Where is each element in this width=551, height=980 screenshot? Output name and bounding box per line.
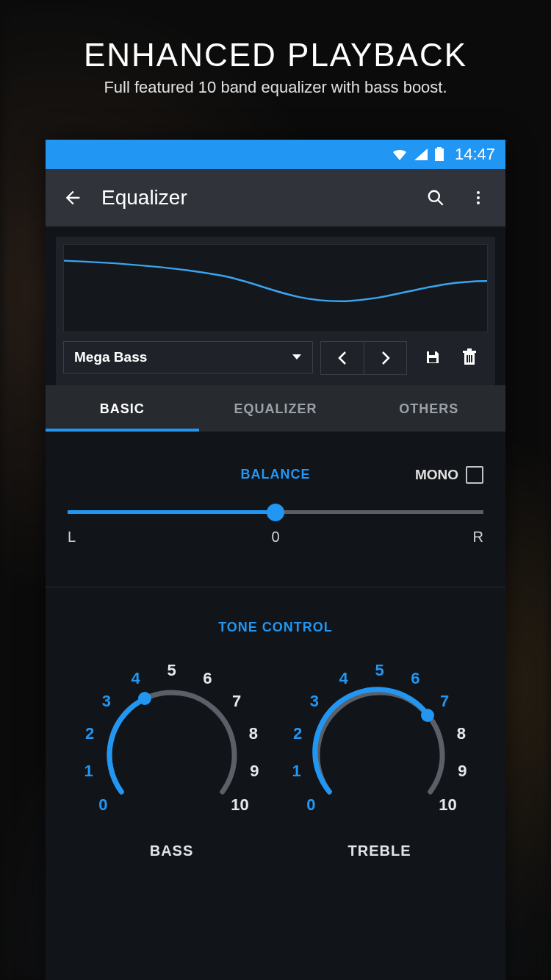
more-vert-icon bbox=[469, 189, 487, 207]
dial-tick-10: 10 bbox=[231, 795, 248, 815]
svg-rect-7 bbox=[429, 351, 435, 355]
tone-title: TONE CONTROL bbox=[68, 620, 483, 635]
svg-rect-12 bbox=[467, 355, 468, 362]
preset-next-button[interactable] bbox=[364, 342, 406, 374]
dial-knob[interactable] bbox=[138, 692, 151, 705]
dial-tick-2: 2 bbox=[293, 724, 302, 743]
dial-tick-3: 3 bbox=[102, 692, 111, 711]
balance-thumb[interactable] bbox=[267, 504, 284, 521]
preset-save-button[interactable] bbox=[414, 341, 451, 373]
dial-tick-4: 4 bbox=[339, 669, 347, 688]
signal-icon bbox=[414, 148, 428, 161]
dial-tick-6: 6 bbox=[203, 669, 212, 688]
dial-tick-2: 2 bbox=[85, 724, 94, 743]
promo-title: ENHANCED PLAYBACK bbox=[0, 37, 551, 74]
tab-label: EQUALIZER bbox=[234, 401, 317, 416]
preset-selected-label: Mega Bass bbox=[74, 349, 147, 365]
battery-icon bbox=[434, 147, 444, 162]
dial-tick-7: 7 bbox=[232, 692, 241, 711]
svg-rect-8 bbox=[429, 358, 436, 362]
tab-label: BASIC bbox=[100, 401, 145, 416]
dial-tick-7: 7 bbox=[440, 692, 449, 711]
preset-prev-button[interactable] bbox=[321, 342, 364, 374]
tab-bar: BASIC EQUALIZER OTHERS bbox=[46, 385, 505, 432]
caret-down-icon bbox=[292, 354, 302, 361]
balance-slider[interactable]: L 0 R bbox=[68, 510, 483, 546]
dial-treble[interactable]: 012345678910 bbox=[284, 648, 475, 840]
svg-point-6 bbox=[477, 201, 480, 204]
more-button[interactable] bbox=[464, 184, 492, 212]
chevron-right-icon bbox=[381, 351, 390, 365]
svg-line-3 bbox=[438, 200, 443, 205]
phone-frame: 14:47 Equalizer Mega Bas bbox=[46, 140, 505, 980]
promo-subtitle: Full featured 10 band equalizer with bas… bbox=[0, 78, 551, 97]
dial-tick-5: 5 bbox=[375, 661, 383, 680]
dial-tick-9: 9 bbox=[250, 762, 259, 781]
svg-rect-0 bbox=[435, 149, 444, 161]
divider bbox=[46, 587, 505, 587]
preset-nav bbox=[320, 341, 407, 375]
dial-knob[interactable] bbox=[421, 709, 434, 722]
preset-dropdown[interactable]: Mega Bass bbox=[63, 341, 313, 373]
delete-icon bbox=[461, 348, 478, 366]
svg-rect-1 bbox=[437, 147, 442, 149]
dial-tick-9: 9 bbox=[458, 762, 467, 781]
eq-panel: Mega Bass bbox=[56, 237, 495, 385]
dial-tick-4: 4 bbox=[131, 669, 140, 688]
svg-rect-13 bbox=[469, 355, 470, 362]
dial-tick-8: 8 bbox=[249, 724, 258, 743]
dial-tick-1: 1 bbox=[292, 762, 300, 781]
dial-tick-0: 0 bbox=[306, 795, 315, 815]
dial-bass[interactable]: 012345678910 bbox=[76, 648, 267, 840]
chevron-left-icon bbox=[338, 351, 347, 365]
dial-tick-6: 6 bbox=[411, 669, 419, 688]
tab-basic[interactable]: BASIC bbox=[46, 385, 199, 432]
dial-tick-8: 8 bbox=[457, 724, 466, 743]
svg-point-4 bbox=[477, 191, 480, 194]
dial-label: TREBLE bbox=[348, 843, 411, 859]
svg-rect-14 bbox=[471, 355, 472, 362]
svg-rect-10 bbox=[463, 351, 476, 353]
search-icon bbox=[426, 188, 445, 207]
tab-label: OTHERS bbox=[399, 401, 458, 416]
save-icon bbox=[424, 348, 442, 366]
page-title: Equalizer bbox=[101, 186, 407, 210]
dial-tick-1: 1 bbox=[84, 762, 93, 781]
svg-point-5 bbox=[477, 196, 480, 199]
mono-label: MONO bbox=[415, 467, 458, 483]
status-bar: 14:47 bbox=[46, 140, 505, 169]
svg-rect-11 bbox=[467, 348, 472, 351]
mono-toggle[interactable]: MONO bbox=[415, 466, 483, 484]
dial-tick-3: 3 bbox=[310, 692, 319, 711]
dial-label: BASS bbox=[150, 843, 194, 859]
balance-center-label: 0 bbox=[271, 529, 279, 546]
preset-delete-button[interactable] bbox=[451, 341, 488, 373]
dial-tick-5: 5 bbox=[167, 661, 176, 680]
back-button[interactable] bbox=[59, 184, 87, 212]
dial-tick-0: 0 bbox=[98, 795, 107, 815]
balance-title: BALANCE bbox=[241, 467, 311, 482]
mono-checkbox bbox=[466, 466, 483, 484]
svg-point-2 bbox=[429, 191, 439, 201]
promo-header: ENHANCED PLAYBACK Full featured 10 band … bbox=[0, 0, 551, 97]
back-arrow-icon bbox=[62, 187, 83, 208]
wifi-icon bbox=[392, 148, 408, 161]
balance-left-label: L bbox=[68, 529, 76, 546]
app-bar: Equalizer bbox=[46, 169, 505, 226]
tab-equalizer[interactable]: EQUALIZER bbox=[199, 385, 353, 432]
tab-others[interactable]: OTHERS bbox=[352, 385, 505, 432]
search-button[interactable] bbox=[422, 184, 450, 212]
balance-right-label: R bbox=[473, 529, 483, 546]
status-time: 14:47 bbox=[455, 145, 495, 164]
dial-tick-10: 10 bbox=[439, 795, 456, 815]
eq-curve-display bbox=[63, 244, 488, 332]
